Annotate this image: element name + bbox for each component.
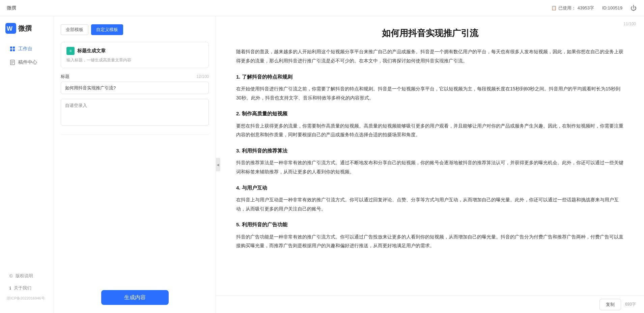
tab-all-templates[interactable]: 全部模板 (61, 24, 88, 35)
right-panel: 如何用抖音实现推广引流 11/100 随着抖音的普及，越来越多的人开始利用这个短… (216, 16, 644, 313)
template-name: 标题生成文章 (77, 48, 106, 54)
sidebar: W 微撰 工作台 (0, 16, 54, 313)
topbar: 微撰 📋 已使用： 43953字 ID:100519 ⏻ (0, 0, 644, 16)
drafts-icon (9, 59, 16, 65)
svg-rect-4 (10, 49, 12, 51)
article-section-para: 抖音的广告功能是一种非常有效的推广引流方式。你可以通过广告投放来让更多的人看到你… (236, 232, 624, 250)
template-desc: 输入标题，一键生成高质量文章内容 (66, 57, 203, 63)
form-body-group (61, 99, 209, 127)
usage-icon: 📋 (551, 5, 557, 10)
template-card-header: ≡ 标题生成文章 (66, 47, 203, 55)
article-header: 如何用抖音实现推广引流 11/100 (216, 16, 644, 45)
content-area: 全部模板 自定义模板 ≡ 标题生成文章 输入标题，一键生成高质量文章内容 标题 … (54, 16, 644, 313)
generate-button[interactable]: 生成内容 (101, 290, 169, 305)
article-section-para: 在开始使用抖音进行推广引流之前，你需要了解抖音的特点和规则。抖音是一个短视频分享… (236, 84, 624, 102)
word-count: 693字 (625, 302, 636, 307)
left-panel: 全部模板 自定义模板 ≡ 标题生成文章 输入标题，一键生成高质量文章内容 标题 … (54, 16, 216, 313)
article-title: 如何用抖音实现推广引流 (236, 27, 624, 39)
article-section-para: 要想在抖音上获得更多的流量，你需要制作高质量的短视频。高质量的短视频能够吸引更多… (236, 121, 624, 139)
sidebar-item-drafts[interactable]: 稿件中心 (3, 56, 51, 69)
form-title-label-row: 标题 12/100 (61, 74, 209, 80)
svg-rect-2 (10, 47, 12, 49)
logo-text: 微撰 (18, 24, 32, 33)
collapse-handle[interactable]: ◀ (216, 158, 220, 171)
sidebar-logo: W 微撰 (0, 23, 54, 42)
tab-custom-templates[interactable]: 自定义模板 (91, 24, 123, 35)
icp-text: 浙ICP备2022016946号 (0, 294, 54, 302)
title-input[interactable] (61, 82, 209, 94)
usage-info: 📋 已使用： 43953字 (551, 5, 594, 11)
workspace-label: 工作台 (18, 46, 32, 52)
sidebar-item-copyright[interactable]: © 版权说明 (3, 270, 51, 282)
sidebar-nav: 工作台 稿件中心 (0, 42, 54, 269)
template-icon: ≡ (66, 47, 75, 55)
divider (61, 135, 209, 135)
svg-rect-3 (13, 47, 15, 49)
topbar-right: 📋 已使用： 43953字 ID:100519 ⏻ (551, 5, 637, 11)
about-label: 关于我们 (14, 285, 31, 291)
main-layout: W 微撰 工作台 (0, 16, 644, 313)
copy-button[interactable]: 复制 (599, 299, 621, 310)
logo-icon: W (5, 23, 16, 34)
page-count: 11/100 (623, 22, 636, 26)
article-section-heading: 1. 了解抖音的特点和规则 (236, 72, 624, 82)
article-section-heading: 3. 利用抖音的推荐算法 (236, 146, 624, 156)
svg-text:W: W (7, 25, 12, 32)
topbar-left: 微撰 (7, 5, 16, 11)
body-textarea[interactable] (61, 99, 209, 126)
collapse-icon: ◀ (217, 163, 219, 167)
article-section-heading: 4. 与用户互动 (236, 183, 624, 193)
form-title-count: 12/100 (196, 74, 209, 79)
article-content[interactable]: 随着抖音的普及，越来越多的人开始利用这个短视频分享平台来推广自己的产品或服务。抖… (216, 45, 644, 295)
form-title-label: 标题 (61, 74, 69, 80)
article-footer: 复制 693字 (216, 295, 644, 313)
template-icon-symbol: ≡ (69, 49, 72, 53)
left-panel-bottom: 生成内容 (61, 290, 209, 305)
workspace-icon (9, 46, 16, 52)
svg-rect-5 (13, 49, 15, 51)
drafts-label: 稿件中心 (18, 59, 37, 65)
about-icon: ℹ (9, 286, 11, 291)
tabs-row: 全部模板 自定义模板 (61, 24, 209, 35)
copyright-icon: © (9, 274, 13, 279)
article-section-heading: 2. 制作高质量的短视频 (236, 109, 624, 119)
id-info: ID:100519 (602, 5, 622, 10)
article-section-para: 在抖音上与用户互动是一种非常有效的推广引流方式。你可以通过回复评论、点赞、分享等… (236, 195, 624, 213)
article-section-heading: 5. 利用抖音的广告功能 (236, 220, 624, 230)
article-section-para: 抖音的推荐算法是一种非常有效的推广引流方式。通过不断地发布和分享自己的短视频，你… (236, 158, 624, 176)
usage-value: 43953字 (578, 5, 594, 11)
sidebar-item-about[interactable]: ℹ 关于我们 (3, 282, 51, 294)
logout-button[interactable]: ⏻ (631, 5, 637, 11)
template-card[interactable]: ≡ 标题生成文章 输入标题，一键生成高质量文章内容 (61, 42, 209, 68)
topbar-title: 微撰 (7, 5, 16, 11)
copyright-label: 版权说明 (16, 273, 33, 279)
sidebar-bottom: © 版权说明 ℹ 关于我们 浙ICP备2022016946号 (0, 269, 54, 306)
article-section-para: 随着抖音的普及，越来越多的人开始利用这个短视频分享平台来推广自己的产品或服务。抖… (236, 47, 624, 65)
sidebar-item-workspace[interactable]: 工作台 (3, 42, 51, 55)
form-title-group: 标题 12/100 (61, 74, 209, 94)
usage-label: 已使用： (558, 5, 576, 11)
